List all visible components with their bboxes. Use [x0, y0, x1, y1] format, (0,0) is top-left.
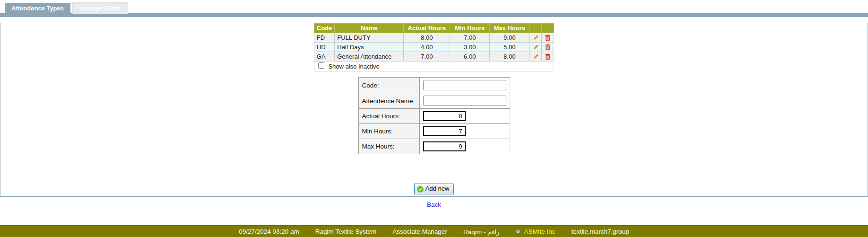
- form-row-min-hours: Min Hours:: [358, 124, 510, 139]
- pencil-icon: [532, 34, 539, 41]
- cell-actual-hours: 4.00: [404, 43, 450, 52]
- cell-name: General Attendance: [335, 52, 404, 61]
- edit-button[interactable]: [529, 43, 542, 52]
- delete-button[interactable]: [542, 43, 554, 52]
- min-hours-label: Min Hours:: [358, 124, 419, 139]
- code-input[interactable]: [423, 80, 506, 90]
- show-also-inactive-checkbox[interactable]: [318, 62, 324, 69]
- header-min-hours: Min Hours: [450, 24, 490, 33]
- header-actual-hours: Actual Hours: [404, 24, 450, 33]
- attendence-name-input[interactable]: [423, 96, 506, 106]
- add-attendance-form: Code: Attendence Name: Actual Hours: Min…: [358, 77, 510, 154]
- cell-min-hours: 3.00: [450, 43, 490, 52]
- cell-actual-hours: 8.00: [404, 33, 450, 43]
- form-row-code: Code:: [358, 78, 510, 93]
- tab-bar: Attendence TypesManage Shifts: [0, 0, 868, 13]
- cell-min-hours: 6.00: [450, 52, 490, 61]
- check-circle-icon: [417, 185, 424, 193]
- cell-max-hours: 8.00: [490, 52, 529, 61]
- footer-system-name: Raqim Textile System: [315, 228, 377, 235]
- add-new-button[interactable]: Add new: [414, 184, 454, 194]
- content-panel: Code Name Actual Hours Min Hours Max Hou…: [0, 23, 868, 197]
- pencil-icon: [532, 44, 539, 51]
- footer-brand: Raqim - راقم: [463, 228, 500, 236]
- back-link[interactable]: Back: [427, 201, 441, 208]
- cell-max-hours: 9.00: [490, 33, 529, 43]
- form-row-max-hours: Max Hours:: [358, 139, 510, 154]
- tab-accent-strip: [0, 13, 868, 17]
- edit-button[interactable]: [529, 52, 542, 61]
- table-row: GA General Attendance 7.00 6.00 8.00: [314, 52, 554, 61]
- header-delete-column: [542, 24, 554, 33]
- cell-max-hours: 5.00: [490, 43, 529, 52]
- cell-min-hours: 7.00: [450, 33, 490, 43]
- header-name: Name: [335, 24, 404, 33]
- edit-button[interactable]: [529, 33, 542, 43]
- footer-user-role: Associate Manager: [392, 228, 447, 235]
- cell-code: GA: [314, 52, 335, 61]
- footer-company-link[interactable]: ASMIte Inc: [524, 228, 555, 235]
- footer-domain: textile.march7.group: [572, 228, 629, 235]
- table-header-row: Code Name Actual Hours Min Hours Max Hou…: [314, 24, 554, 33]
- add-new-label: Add new: [425, 185, 450, 192]
- delete-button[interactable]: [542, 33, 554, 43]
- cell-code: HD: [314, 43, 335, 52]
- code-label: Code:: [358, 78, 419, 93]
- footer-datetime: 09/27/2024 03:20 am: [239, 228, 299, 235]
- actual-hours-label: Actual Hours:: [358, 109, 419, 124]
- attendence-name-label: Attendence Name:: [358, 93, 419, 109]
- form-row-attendence-name: Attendence Name:: [358, 93, 510, 109]
- cell-name: Half Days: [335, 43, 404, 52]
- actual-hours-input[interactable]: [423, 111, 466, 121]
- trash-icon: [545, 34, 551, 41]
- pencil-icon: [532, 53, 539, 60]
- header-max-hours: Max Hours: [490, 24, 529, 33]
- max-hours-label: Max Hours:: [358, 139, 419, 154]
- header-edit-column: [529, 24, 542, 33]
- table-row: FD FULL DUTY 8.00 7.00 9.00: [314, 33, 554, 43]
- tab-manage-shifts[interactable]: Manage Shifts: [72, 2, 128, 14]
- tab-attendence-types[interactable]: Attendence Types: [5, 3, 70, 14]
- trash-icon: [545, 44, 551, 51]
- cell-code: FD: [314, 33, 335, 43]
- delete-button[interactable]: [542, 52, 554, 61]
- footer-company-group: ⚙ ASMIte Inc: [516, 228, 556, 235]
- header-code: Code: [314, 24, 335, 33]
- back-row: Back: [0, 201, 868, 208]
- trash-icon: [545, 53, 551, 60]
- table-row: HD Half Days 4.00 3.00 5.00: [314, 43, 554, 52]
- form-row-actual-hours: Actual Hours:: [358, 109, 510, 124]
- cell-actual-hours: 7.00: [404, 52, 450, 61]
- show-inactive-row: Show also Inactive: [314, 61, 554, 71]
- max-hours-input[interactable]: [423, 141, 466, 151]
- footer-bar: 09/27/2024 03:20 am Raqim Textile System…: [0, 225, 868, 237]
- show-also-inactive-label: Show also Inactive: [328, 63, 379, 70]
- gear-icon: ⚙: [516, 228, 521, 235]
- min-hours-input[interactable]: [423, 126, 466, 136]
- attendance-types-table: Code Name Actual Hours Min Hours Max Hou…: [314, 23, 555, 71]
- cell-name: FULL DUTY: [335, 33, 404, 43]
